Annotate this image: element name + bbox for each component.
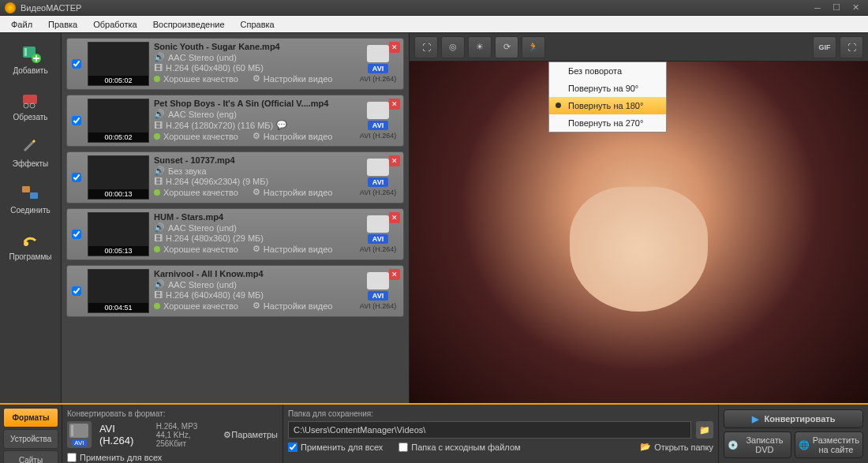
file-codec: AVI (H.264) [360,302,396,310]
file-checkbox[interactable] [72,116,81,125]
rotate-option[interactable]: Без поворота [549,62,666,80]
file-video: H.264 (4096x2304) (9 МБ) [166,177,268,186]
format-name: AVI (H.264) [99,423,140,446]
remove-file-button[interactable]: ✕ [389,212,400,223]
menu-playback[interactable]: Воспроизведение [145,17,233,32]
camera-icon [367,215,389,233]
camera-icon [367,159,389,176]
menubar: Файл Правка Обработка Воспроизведение Сп… [0,16,868,33]
quality-dot-icon [154,76,160,82]
file-checkbox[interactable] [72,59,81,69]
file-duration: 00:05:02 [88,76,148,85]
menu-process[interactable]: Обработка [85,17,144,32]
format-badge: AVI [368,291,388,301]
preview-toolbar: ⛶ ◎ ☀ ⟳ 🏃 GIF ⛶ Без поворотаПовернуть на… [410,33,868,62]
folder-path-input[interactable] [288,421,691,439]
sidebar-cut[interactable]: Обрезать [0,84,61,126]
fullscreen-button[interactable]: ⛶ [840,36,863,58]
audio-icon: 🔊 [154,279,165,289]
join-icon [19,182,43,204]
folder-apply-all-checkbox[interactable] [288,442,297,452]
remove-file-button[interactable]: ✕ [389,155,400,166]
file-item[interactable]: 00:05:02 Pet Shop Boys - It's A Sin (Off… [66,95,404,147]
file-settings-button[interactable]: Настройки видео [264,74,333,84]
gif-button[interactable]: GIF [813,36,836,58]
rotate-button[interactable]: ⟳ [495,36,518,58]
file-settings-button[interactable]: Настройки видео [264,132,333,141]
folder-panel: Папка для сохранения: 📁 Применить для вс… [282,405,718,463]
file-checkbox[interactable] [72,286,81,296]
rotate-option[interactable]: Повернуть на 90° [549,80,666,97]
remove-file-button[interactable]: ✕ [389,42,400,53]
svg-rect-10 [71,425,73,436]
format-params: 44,1 KHz, 256Кбит [156,431,208,448]
file-checkbox[interactable] [72,173,81,182]
video-icon: 🎞 [154,233,163,243]
file-codec: AVI (H.264) [360,189,396,196]
tab-devices[interactable]: Устройства [3,429,58,449]
convert-icon: ▶ [752,414,758,424]
menu-help[interactable]: Справка [233,17,282,32]
file-thumbnail: 00:05:02 [88,42,149,86]
tab-sites[interactable]: Сайты [3,450,58,463]
brightness-button[interactable]: ☀ [468,36,492,58]
file-codec: AVI (H.264) [360,132,396,140]
fx-icon [19,136,43,158]
sidebar-apps[interactable]: Программы [0,224,61,266]
file-item[interactable]: 00:05:13 HUM - Stars.mp4 🔊AAC Stereo (un… [66,208,404,260]
dvd-button[interactable]: 💿Записать DVD [724,431,791,458]
enhance-button[interactable]: ◎ [441,36,465,58]
sidebar-join[interactable]: Соединить [0,177,61,219]
minimize-button[interactable]: ─ [810,2,825,13]
apps-icon [19,229,43,251]
quality-dot-icon [154,189,160,196]
sidebar-add[interactable]: Добавить [0,38,61,80]
file-name: Pet Shop Boys - It's A Sin (Official V..… [154,99,356,108]
close-button[interactable]: ✕ [847,2,863,13]
rotate-option[interactable]: Повернуть на 270° [549,114,666,132]
remove-file-button[interactable]: ✕ [389,269,400,280]
video-icon: 🎞 [154,290,163,300]
file-item[interactable]: 00:05:02 Sonic Youth - Sugar Kane.mp4 🔊A… [66,38,404,90]
file-settings-button[interactable]: Настройки видео [264,245,333,254]
file-duration: 00:00:13 [88,189,148,199]
file-item[interactable]: 00:00:13 Sunset - 10737.mp4 🔊Без звука 🎞… [66,151,404,203]
rotate-option[interactable]: Повернуть на 180° [549,97,666,114]
speed-button[interactable]: 🏃 [522,36,545,58]
file-settings-button[interactable]: Настройки видео [264,301,333,311]
file-thumbnail: 00:05:13 [88,212,149,256]
bottom-tabs: Форматы Устройства Сайты [0,405,62,463]
audio-icon: 🔊 [154,109,165,119]
file-thumbnail: 00:04:51 [88,269,149,313]
gear-icon: ⚙ [253,131,260,141]
folder-header: Папка для сохранения: [288,409,713,418]
open-folder-button[interactable]: 📂Открыть папку [640,442,713,452]
svg-point-8 [24,241,28,246]
file-quality: Хорошее качество [163,245,238,254]
file-checkbox[interactable] [72,230,81,239]
file-name: Sunset - 10737.mp4 [154,155,356,165]
globe-icon: 🌐 [799,440,810,450]
params-button[interactable]: ⚙Параметры [223,430,278,440]
menu-edit[interactable]: Правка [40,17,85,32]
file-item[interactable]: 00:04:51 Karnivool - All I Know.mp4 🔊AAC… [66,265,404,317]
format-apply-all-checkbox[interactable] [67,453,77,462]
tab-formats[interactable]: Форматы [3,408,58,428]
file-duration: 00:04:51 [88,303,148,312]
app-logo-icon [5,2,16,13]
format-icon[interactable]: AVI [67,421,92,448]
crop-icon: ⛶ [422,43,431,52]
maximize-button[interactable]: ☐ [829,2,844,13]
file-duration: 00:05:02 [88,133,148,142]
menu-file[interactable]: Файл [3,17,40,32]
video-icon: 🎞 [154,121,163,130]
same-folder-checkbox[interactable] [398,442,408,452]
convert-button[interactable]: ▶Конвертировать [724,409,863,428]
publish-button[interactable]: 🌐Разместить на сайте [795,431,863,458]
quality-dot-icon [154,246,160,252]
crop-button[interactable]: ⛶ [414,36,438,58]
sidebar-effects[interactable]: Эффекты [0,131,61,173]
browse-button[interactable]: 📁 [696,421,713,439]
file-settings-button[interactable]: Настройки видео [264,188,333,197]
remove-file-button[interactable]: ✕ [389,99,400,110]
